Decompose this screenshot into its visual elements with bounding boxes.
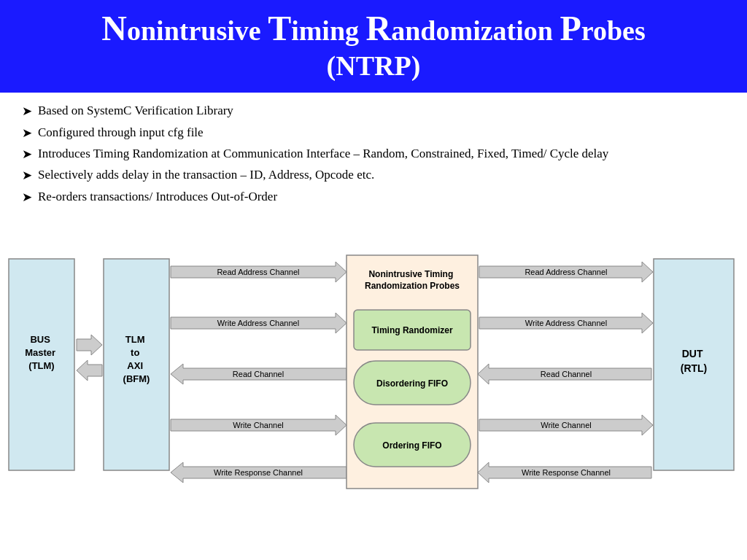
bullet-item-3: ➤ Introduces Timing Randomization at Com… [22, 144, 725, 164]
arrow-icon-2: ➤ [22, 124, 32, 143]
label-write-resp-right: Write Response Channel [522, 468, 611, 477]
bullet-text-5: Re-orders transactions/ Introduces Out-o… [38, 187, 277, 206]
label-write-ch-left: Write Channel [233, 421, 284, 429]
page-header: Nonintrusive Timing Randomization Probes… [0, 0, 747, 93]
bullet-item-4: ➤ Selectively adds delay in the transact… [22, 166, 725, 185]
arrow-icon-5: ➤ [22, 188, 32, 207]
label-read-addr-left: Read Address Channel [217, 268, 299, 276]
disordering-fifo-label: Disordering FIFO [376, 378, 448, 389]
label-read-ch-right: Read Channel [541, 370, 592, 378]
header-word4: robes [581, 15, 646, 46]
big-letter-r: R [366, 9, 392, 47]
label-write-addr-left: Write Address Channel [217, 319, 299, 327]
header-word2: iming [291, 15, 365, 46]
ntrp-diagram: BUS Master (TLM) TLM to AXI (BFM) Read A… [7, 219, 740, 510]
arrow-bus-tlm-right [77, 335, 102, 355]
bullet-text-1: Based on SystemC Verification Library [38, 101, 233, 120]
big-letter-t: T [268, 9, 291, 47]
label-read-ch-left: Read Channel [233, 370, 284, 378]
arrow-bus-tlm-left [77, 360, 102, 381]
bullet-item-1: ➤ Based on SystemC Verification Library [22, 101, 725, 121]
arrow-icon-3: ➤ [22, 145, 32, 164]
timing-randomizer-label: Timing Randomizer [371, 325, 452, 335]
big-letter-n: N [101, 9, 127, 47]
label-write-ch-right: Write Channel [541, 421, 592, 429]
bullet-text-2: Configured through input cfg file [38, 123, 204, 142]
header-word1: onintrusive [127, 15, 268, 46]
label-write-addr-right: Write Address Channel [525, 319, 607, 327]
bullet-text-3: Introduces Timing Randomization at Commu… [38, 144, 608, 163]
arrow-icon-4: ➤ [22, 166, 32, 185]
arrow-icon-1: ➤ [22, 102, 32, 121]
bullet-list: ➤ Based on SystemC Verification Library … [0, 93, 747, 214]
header-acronym: (NTRP) [15, 50, 732, 83]
label-write-resp-left: Write Response Channel [214, 468, 303, 477]
bullet-text-4: Selectively adds delay in the transactio… [38, 166, 374, 184]
label-read-addr-right: Read Address Channel [525, 268, 607, 276]
bullet-item-5: ➤ Re-orders transactions/ Introduces Out… [22, 187, 725, 207]
diagram-svg: BUS Master (TLM) TLM to AXI (BFM) Read A… [7, 219, 740, 510]
header-word3: andomization [391, 15, 560, 46]
bullet-item-2: ➤ Configured through input cfg file [22, 123, 725, 143]
big-letter-p: P [560, 9, 581, 47]
ordering-fifo-label: Ordering FIFO [382, 440, 441, 451]
